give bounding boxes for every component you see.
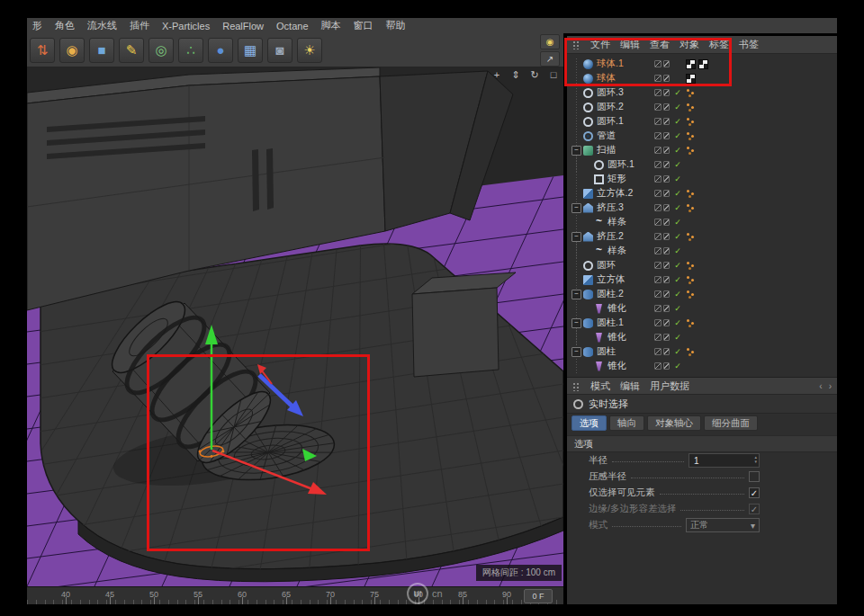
nav-forward-icon[interactable]: › [829, 381, 832, 391]
enable-toggle[interactable]: ✓ [672, 275, 683, 284]
visibility-toggle[interactable] [654, 262, 670, 269]
panel-grip-icon[interactable] [572, 381, 580, 391]
texture-tag-icon[interactable] [686, 59, 696, 69]
enable-toggle[interactable]: ✓ [672, 131, 683, 140]
editor-visibility-dot[interactable] [654, 305, 662, 312]
render-visibility-dot[interactable] [663, 305, 670, 312]
object-row-锥化[interactable]: 锥化✓ [567, 301, 837, 316]
display-tag-icon[interactable] [686, 103, 696, 112]
menu-item-3[interactable]: 插件 [130, 19, 149, 32]
object-row-样条[interactable]: ~样条✓ [567, 244, 837, 258]
display-tag-icon[interactable] [686, 117, 696, 127]
am-menu-item-2[interactable]: 用户数据 [650, 379, 689, 393]
enable-toggle[interactable]: ✓ [672, 246, 683, 255]
display-tag-icon[interactable] [686, 131, 696, 141]
object-row-挤压.3[interactable]: −挤压.3✓ [567, 201, 837, 215]
visibility-toggle[interactable] [654, 362, 670, 370]
visibility-toggle[interactable] [654, 334, 670, 341]
menu-item-4[interactable]: X-Particles [162, 21, 210, 31]
editor-visibility-dot[interactable] [654, 75, 662, 82]
render-visibility-dot[interactable] [663, 103, 670, 111]
display-tag-icon[interactable] [686, 318, 696, 328]
display-tag-icon[interactable] [686, 275, 696, 285]
spinner-arrows-icon[interactable]: ▴▾ [754, 455, 757, 464]
render-visibility-dot[interactable] [663, 362, 670, 370]
tab-对象轴心[interactable]: 对象轴心 [647, 415, 701, 431]
enable-toggle[interactable]: ✓ [672, 146, 683, 155]
undo-redo-icon[interactable]: ⇅ [30, 38, 55, 63]
enable-toggle[interactable]: ✓ [672, 362, 683, 370]
pen-tool-icon[interactable]: ✎ [119, 38, 144, 63]
pan-view-icon[interactable]: + [490, 69, 503, 81]
visibility-toggle[interactable] [654, 60, 670, 67]
object-row-圆柱.1[interactable]: −圆柱.1✓ [567, 316, 837, 330]
menu-item-8[interactable]: 窗口 [354, 19, 374, 32]
render-visibility-dot[interactable] [663, 190, 670, 197]
texture-tag-icon[interactable] [686, 74, 696, 84]
visibility-toggle[interactable] [654, 161, 670, 168]
render-visibility-dot[interactable] [663, 290, 670, 298]
visibility-toggle[interactable] [654, 75, 670, 82]
display-tag-icon[interactable] [686, 146, 696, 156]
editor-visibility-dot[interactable] [654, 219, 662, 226]
display-tag-icon[interactable] [686, 261, 696, 271]
editor-visibility-dot[interactable] [654, 161, 662, 168]
editor-visibility-dot[interactable] [654, 147, 662, 154]
enable-toggle[interactable]: ✓ [672, 174, 683, 183]
editor-visibility-dot[interactable] [654, 348, 662, 355]
object-row-圆环[interactable]: 圆环✓ [567, 258, 837, 272]
editor-visibility-dot[interactable] [654, 362, 662, 370]
expander-icon[interactable]: − [572, 290, 581, 299]
enable-toggle[interactable]: ✓ [672, 347, 683, 356]
nav-back-icon[interactable]: ‹ [819, 381, 822, 391]
enable-toggle[interactable]: ✓ [672, 117, 683, 126]
tab-细分曲面[interactable]: 细分曲面 [704, 415, 758, 431]
editor-visibility-dot[interactable] [654, 334, 662, 341]
render-visibility-dot[interactable] [663, 147, 670, 154]
display-tag-icon[interactable] [686, 290, 696, 299]
grid-tool-icon[interactable]: ▦ [238, 38, 263, 63]
rotate-view-icon[interactable]: ↻ [528, 69, 541, 81]
display-tag-icon[interactable] [686, 189, 696, 199]
expander-icon[interactable]: − [572, 318, 581, 328]
om-menu-item-2[interactable]: 查看 [650, 38, 670, 51]
enable-toggle[interactable]: ✓ [672, 203, 683, 212]
snapshot-icon[interactable]: ◉ [59, 38, 85, 63]
object-row-圆环.1[interactable]: 圆环.1✓ [567, 157, 837, 172]
enable-toggle[interactable]: ✓ [672, 290, 683, 299]
editor-visibility-dot[interactable] [654, 132, 662, 139]
visibility-toggle[interactable] [654, 118, 670, 125]
object-row-矩形[interactable]: 矩形✓ [567, 172, 837, 186]
object-row-锥化[interactable]: 锥化✓ [567, 330, 837, 344]
object-row-扫描[interactable]: −扫描✓ [567, 143, 837, 157]
visibility-toggle[interactable] [654, 190, 670, 197]
object-row-锥化[interactable]: 锥化✓ [567, 359, 837, 373]
light-tool-icon[interactable]: ☀ [297, 38, 322, 63]
om-menu-item-0[interactable]: 文件 [590, 38, 610, 51]
object-row-挤压.2[interactable]: −挤压.2✓ [567, 229, 837, 244]
visibility-toggle[interactable] [654, 233, 670, 240]
panel-grip-icon[interactable] [572, 40, 580, 49]
am-menu-item-1[interactable]: 编辑 [620, 379, 640, 393]
radius-input[interactable]: 1▴▾ [688, 453, 760, 468]
om-menu-item-3[interactable]: 对象 [680, 38, 699, 51]
render-visibility-dot[interactable] [663, 219, 670, 226]
timeline-ruler[interactable]: 4045505560657075808590 0 F [27, 586, 563, 604]
menu-item-2[interactable]: 流水线 [87, 19, 117, 32]
object-row-圆柱[interactable]: −圆柱✓ [567, 344, 837, 359]
menu-item-7[interactable]: 脚本 [321, 19, 341, 32]
enable-toggle[interactable]: ✓ [672, 261, 683, 270]
visibility-toggle[interactable] [654, 132, 670, 139]
om-menu-item-4[interactable]: 标签 [709, 38, 729, 51]
render-visibility-dot[interactable] [663, 75, 670, 82]
object-row-圆环.2[interactable]: 圆环.2✓ [567, 100, 837, 114]
display-tag-icon[interactable] [686, 88, 696, 98]
object-row-样条[interactable]: ~样条✓ [567, 215, 837, 229]
visibility-toggle[interactable] [654, 305, 670, 312]
editor-visibility-dot[interactable] [654, 89, 662, 96]
render-visibility-dot[interactable] [663, 89, 670, 96]
expander-icon[interactable]: − [572, 146, 581, 156]
enable-toggle[interactable]: ✓ [672, 218, 683, 227]
render-visibility-dot[interactable] [663, 247, 670, 254]
tab-轴向[interactable]: 轴向 [609, 415, 644, 431]
